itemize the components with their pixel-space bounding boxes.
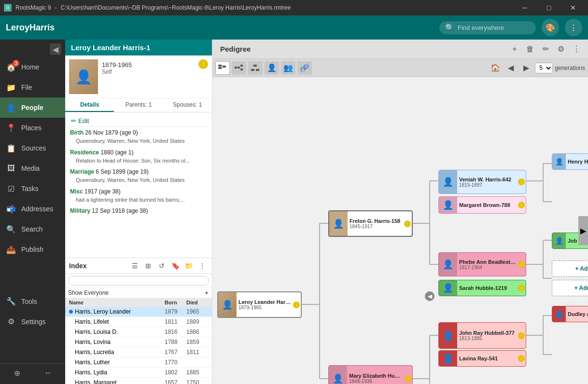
index-folder-icon[interactable]: 📁 [183,260,195,272]
pbox-add-mother[interactable]: + Add Mother [552,280,588,296]
index-header: Index ☰ ⊞ ↺ 🔖 📁 ⋮ [65,258,212,274]
pedigree-edit-button[interactable]: ✏ [538,41,553,57]
index-list-icon[interactable]: ☰ [129,260,140,272]
pedigree-delete-button[interactable]: 🗑 [522,41,538,57]
svg-rect-8 [240,69,243,70]
pedigree-panel: Pedigree + 🗑 ✏ ⚙ ⋮ 👤 👥 🧬 🏠 ◀ ▶ [212,40,588,384]
sidebar-item-tools[interactable]: 🔧 Tools [0,291,65,312]
col-born-header: Born [165,300,186,305]
list-item[interactable]: Harris, Lifelet 1811 1889 [65,317,212,327]
sidebar-item-file[interactable]: 📁 File [0,77,65,97]
sidebar-item-tasks[interactable]: ☑ Tasks [0,178,65,199]
edit-button[interactable]: ✏ Edit [68,115,209,127]
person-name-cell: Harris, Lifelet [75,318,165,325]
publish-icon: 📤 [6,244,16,255]
pedigree-back-arrow[interactable]: ◀ [504,61,518,75]
collapse-button[interactable]: ◀ [425,291,434,301]
pbox-sarah-hubble[interactable]: 👤 Sarah Hubble-1219 ! [438,280,526,296]
sidebar: ◀ 🏠 Home 3 📁 File 👤 People 📍 Places 📋 So… [0,40,65,384]
pbox-lavina[interactable]: 👤 Lavina Ray-541 ! [438,350,526,367]
index-bookmark-icon[interactable]: 🔖 [169,260,181,272]
view-group-button[interactable]: 👥 [281,61,295,75]
pedigree-right-nav[interactable]: ▶ [578,216,588,245]
minimize-button[interactable]: ─ [514,0,536,15]
svg-rect-2 [223,66,226,68]
pbox-veniah[interactable]: 👤 Veniah W. Harris-642 1815-1897 ! [438,170,526,194]
sidebar-item-media[interactable]: 🖼 Media [0,158,65,178]
close-button[interactable]: ✕ [562,0,584,15]
fact-residence: Residence 1880 (age 1) Relation to Head … [68,147,209,166]
index-filter-bar[interactable]: Show Everyone ▼ [65,288,212,298]
sidebar-item-settings[interactable]: ⚙ Settings [0,312,65,332]
person-text: Sarah Hubble-1219 [457,284,518,292]
pbox-add-father[interactable]: + Add Father [552,261,588,277]
list-item[interactable]: Harris, Lovina 1788 1859 [65,337,212,347]
view-person-button[interactable]: 👤 [265,61,279,75]
tab-spouses[interactable]: Spouses: 1 [163,98,212,112]
pbox-dudley[interactable]: 👤 Dudley A. Hubbell-52 ! [552,306,588,322]
person-text: Veniah W. Harris-642 1815-1897 [457,176,518,189]
list-item[interactable]: Harris, Lucretia 1767 1811 [65,347,212,357]
person-color-indicator [69,320,73,324]
pedigree-tools-button[interactable]: ⚙ [553,41,569,57]
search-input[interactable] [458,24,525,31]
tab-parents[interactable]: Parents: 1 [114,98,163,112]
list-item[interactable]: Harris, Lydia 1802 1885 [65,368,212,378]
person-list: Harris, Leroy Leander 1879 1965 Harris, … [65,307,212,384]
sidebar-item-publish[interactable]: 📤 Publish [0,239,65,260]
sidebar-item-places[interactable]: 📍 Places [0,118,65,138]
pedigree-add-button[interactable]: + [507,41,522,57]
person-name-cell: Harris, Luther [75,359,165,366]
pedigree-more-button[interactable]: ⋮ [569,41,584,57]
search-box[interactable]: 🔍 [439,21,536,34]
sidebar-item-home[interactable]: 🏠 Home 3 [0,57,65,77]
index-history-icon[interactable]: ↺ [156,260,168,272]
index-more-icon[interactable]: ⋮ [196,260,208,272]
pedigree-forward-arrow[interactable]: ▶ [519,61,533,75]
list-item[interactable]: Harris, Louisa D. 1816 1886 [65,327,212,337]
sidebar-collapse-button[interactable]: ◀ [50,43,61,55]
person-name-cell: Harris, Lovina [75,339,165,345]
index-filter-label: Show Everyone [68,289,109,296]
view-family-button[interactable] [232,61,246,75]
hint-indicator: ! [518,332,525,339]
person-thumbnail: 👤 [439,170,457,193]
navigate-bottom-icon[interactable]: ↔ [42,368,53,378]
fact-birth: Birth 26 Nov 1879 (age 0) Queensbury, Wa… [68,127,209,147]
add-person-bottom-icon[interactable]: ⊕ [12,368,23,378]
pedigree-home-button[interactable]: 🏠 [489,61,502,75]
list-item[interactable]: Harris, Leroy Leander 1879 1965 [65,307,212,317]
theme-button[interactable]: 🎨 [542,19,559,36]
person-color-indicator [69,310,73,314]
person-born-cell: 1811 [165,318,186,325]
index-search-input[interactable] [68,276,209,286]
person-born-cell: 1770 [165,359,186,366]
sidebar-item-label: Search [21,225,42,233]
tab-details[interactable]: Details [65,98,114,112]
menu-button[interactable]: ⋮ [565,19,582,36]
index-group-icon[interactable]: ⊞ [142,260,154,272]
person-name-cell: Harris, Margaret [75,379,165,384]
person-born-cell: 1802 [165,369,186,376]
view-pedigree-button[interactable] [215,61,230,75]
generations-select[interactable]: 5436 [535,63,553,73]
pbox-henry-harris[interactable]: 👤 Henry Harris-779 [552,153,588,170]
pbox-mary-elizabeth[interactable]: 👤 Mary Elizabeth Hubbell 1848-1936 ! [328,365,413,384]
sidebar-item-search[interactable]: 🔍 Search [0,219,65,239]
pbox-john-ray[interactable]: 👤 John Ray Hubbell-377 1813-1885 ! [438,322,526,349]
sidebar-item-people[interactable]: 👤 People [0,97,65,118]
pbox-margaret-brown[interactable]: 👤 Margaret Brown-788 ! [438,196,526,214]
maximize-button[interactable]: □ [538,0,560,15]
pbox-leroy[interactable]: 👤 Leroy Leander Harris 1879-1965 ! [217,291,302,318]
pbox-phebe[interactable]: 👤 Phebe Ann Beadleston- 1817-1904 ! [438,252,526,276]
person-color-indicator [69,330,73,334]
view-dna-button[interactable]: 🧬 [297,61,312,75]
view-descendant-button[interactable] [248,61,263,75]
list-item[interactable]: Harris, Luther 1770 [65,357,212,368]
sidebar-item-addresses[interactable]: 📬 Addresses [0,199,65,219]
titlebar: R RootsMagic 9 - C:\Users\harri\Document… [0,0,588,15]
sidebar-item-sources[interactable]: 📋 Sources [0,138,65,158]
sidebar-item-label: Tools [21,298,37,305]
list-item[interactable]: Harris, Margaret 1657 1750 [65,378,212,384]
pbox-frelon[interactable]: 👤 Frelon G. Harris-158 1845-1917 ! [328,210,413,237]
